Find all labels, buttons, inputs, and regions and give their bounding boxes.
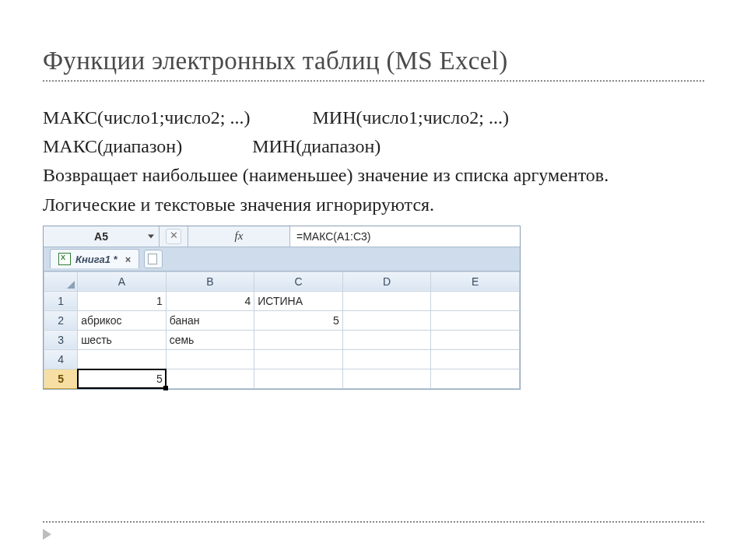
cell[interactable]	[342, 330, 431, 349]
cell[interactable]	[431, 349, 520, 369]
cell[interactable]	[431, 291, 520, 310]
column-header[interactable]: C	[254, 271, 343, 291]
formula-buttons: ✕	[160, 226, 188, 247]
syntax-max-list: МАКС(число1;число2; ...)	[43, 107, 251, 128]
chevron-down-icon[interactable]	[148, 234, 154, 238]
cell[interactable]: 1	[78, 291, 167, 310]
spreadsheet-grid[interactable]: A B C D E 1 1 4 ИСТИНА 2 абрикос банан 5	[44, 271, 520, 389]
new-tab-icon[interactable]	[144, 250, 163, 268]
cell[interactable]: шесть	[78, 330, 167, 349]
name-box-value: A5	[94, 230, 108, 243]
cell[interactable]	[342, 310, 431, 330]
workbook-tabs: Книга1 * ×	[44, 247, 520, 271]
fx-icon[interactable]: fx	[188, 226, 290, 247]
row-header[interactable]: 1	[44, 291, 78, 310]
title-divider	[43, 80, 704, 82]
cell-selected[interactable]: 5	[78, 369, 167, 388]
column-header[interactable]: A	[78, 271, 167, 291]
column-headers: A B C D E	[44, 271, 520, 291]
cell[interactable]	[166, 369, 254, 388]
selection-outline	[77, 369, 167, 389]
cell[interactable]	[166, 349, 254, 369]
cell[interactable]: банан	[166, 310, 254, 330]
cell[interactable]	[78, 349, 167, 369]
table-row: 2 абрикос банан 5	[44, 310, 520, 330]
table-row: 3 шесть семь	[44, 330, 520, 349]
select-all-corner[interactable]	[44, 271, 78, 291]
column-header[interactable]: E	[431, 271, 520, 291]
table-row: 1 1 4 ИСТИНА	[44, 291, 520, 310]
cell[interactable]	[254, 349, 343, 369]
workbook-tab[interactable]: Книга1 * ×	[50, 249, 139, 268]
cell[interactable]	[431, 369, 520, 388]
table-row: 4	[44, 349, 520, 369]
formula-input[interactable]: =МАКС(A1:C3)	[290, 226, 520, 247]
name-box[interactable]: A5	[44, 226, 160, 247]
cell[interactable]	[342, 291, 431, 310]
excel-screenshot: A5 ✕ fx =МАКС(A1:C3) Книга1 * × A	[43, 226, 521, 390]
fill-handle[interactable]	[163, 386, 168, 390]
cell[interactable]: абрикос	[78, 310, 167, 330]
slide-title: Функции электронных таблиц (MS Excel)	[43, 47, 704, 75]
cell[interactable]	[431, 310, 520, 330]
cell[interactable]	[431, 330, 520, 349]
footer-divider	[43, 521, 704, 523]
play-arrow-icon[interactable]	[43, 529, 51, 540]
row-header[interactable]: 4	[44, 349, 78, 369]
row-header[interactable]: 3	[44, 330, 78, 349]
column-header[interactable]: B	[166, 271, 254, 291]
cell[interactable]	[254, 330, 343, 349]
close-icon[interactable]: ×	[125, 254, 132, 265]
workbook-tab-label: Книга1 *	[75, 254, 117, 265]
cell[interactable]	[342, 349, 431, 369]
description-text: Возвращает наибольшее (наименьшее) значе…	[43, 161, 704, 219]
row-header[interactable]: 5	[44, 369, 78, 388]
cancel-icon[interactable]: ✕	[166, 229, 181, 244]
excel-file-icon	[58, 253, 71, 265]
formula-bar: A5 ✕ fx =МАКС(A1:C3)	[44, 226, 520, 247]
cell[interactable]	[342, 369, 431, 388]
cell-value: 5	[156, 373, 163, 385]
cell[interactable]: ИСТИНА	[254, 291, 343, 310]
syntax-min-list: МИН(число1;число2; ...)	[313, 107, 509, 128]
table-row: 5 5	[44, 369, 520, 388]
body-text: МАКС(число1;число2; ...)МИН(число1;число…	[43, 103, 704, 219]
row-header[interactable]: 2	[44, 310, 78, 330]
cell[interactable]: семь	[166, 330, 254, 349]
syntax-min-range: МИН(диапазон)	[252, 136, 381, 156]
cell[interactable]: 4	[166, 291, 254, 310]
column-header[interactable]: D	[342, 271, 431, 291]
cell[interactable]	[254, 369, 343, 388]
syntax-max-range: МАКС(диапазон)	[43, 136, 182, 156]
cell[interactable]: 5	[254, 310, 343, 330]
